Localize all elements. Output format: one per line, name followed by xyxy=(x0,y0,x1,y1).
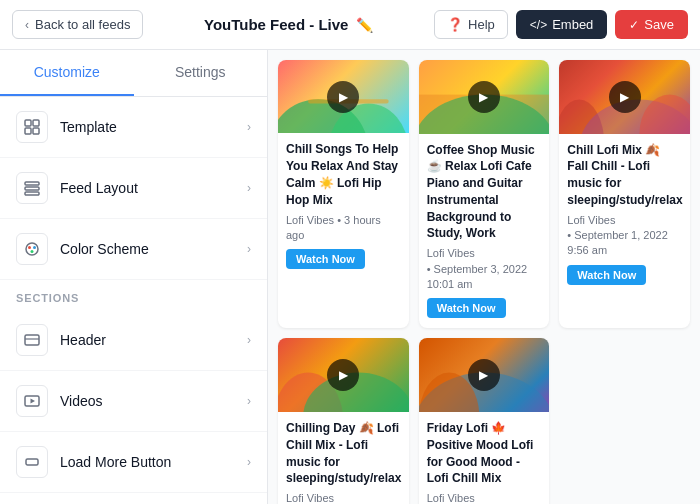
video-thumbnail-v1[interactable]: ▶ xyxy=(278,60,409,133)
video-card-v4: ▶ Chilling Day 🍂 Lofi Chill Mix - Lofi m… xyxy=(278,338,409,504)
header-icon xyxy=(16,324,48,356)
svg-marker-14 xyxy=(31,399,36,404)
tab-settings[interactable]: Settings xyxy=(134,50,268,96)
video-title-v1: Chill Songs To Help You Relax And Stay C… xyxy=(286,141,401,208)
video-thumbnail-v5[interactable]: ▶ xyxy=(419,338,550,412)
svg-rect-5 xyxy=(25,187,39,190)
sidebar: Customize Settings Template › Feed Layou… xyxy=(0,50,268,504)
video-title-v5: Friday Lofi 🍁 Positive Mood Lofi for Goo… xyxy=(427,420,542,487)
embed-button[interactable]: </> Embed xyxy=(516,10,608,39)
top-bar: ‹ Back to all feeds YouTube Feed - Live … xyxy=(0,0,700,50)
video-thumbnail-v3[interactable]: ▶ xyxy=(559,60,690,134)
color-scheme-chevron: › xyxy=(247,242,251,256)
video-info-v3: Chill Lofi Mix 🍂 Fall Chill - Lofi music… xyxy=(559,134,690,295)
color-scheme-label: Color Scheme xyxy=(60,241,149,257)
videos-icon xyxy=(16,385,48,417)
svg-rect-1 xyxy=(33,120,39,126)
watch-now-v3[interactable]: Watch Now xyxy=(567,265,646,285)
video-card-v5: ▶ Friday Lofi 🍁 Positive Mood Lofi for G… xyxy=(419,338,550,504)
load-more-icon xyxy=(16,446,48,478)
video-title-v3: Chill Lofi Mix 🍂 Fall Chill - Lofi music… xyxy=(567,142,682,209)
help-button[interactable]: ❓ Help xyxy=(434,10,508,39)
watch-now-v1[interactable]: Watch Now xyxy=(286,249,365,269)
load-more-chevron: › xyxy=(247,455,251,469)
feed-layout-label: Feed Layout xyxy=(60,180,138,196)
sidebar-item-subscribe[interactable]: Subscribe Button › xyxy=(0,493,267,504)
video-thumbnail-v4[interactable]: ▶ xyxy=(278,338,409,411)
video-meta-v4: Lofi Vibes • August 28, 2022 10:09 am xyxy=(286,491,401,504)
help-circle-icon: ❓ xyxy=(447,17,463,32)
video-meta-v3: Lofi Vibes • September 1, 2022 9:56 am xyxy=(567,213,682,259)
svg-rect-0 xyxy=(25,120,31,126)
code-icon: </> xyxy=(530,18,547,32)
sidebar-item-header[interactable]: Header › xyxy=(0,310,267,371)
embed-label: Embed xyxy=(552,17,593,32)
check-icon: ✓ xyxy=(629,18,639,32)
feed-title-text: YouTube Feed - Live xyxy=(204,16,348,33)
help-label: Help xyxy=(468,17,495,32)
main-layout: Customize Settings Template › Feed Layou… xyxy=(0,50,700,504)
video-channel-v2: Lofi Vibes xyxy=(427,247,475,259)
template-icon xyxy=(16,111,48,143)
svg-point-9 xyxy=(33,246,36,249)
video-time-v2: September 3, 2022 10:01 am xyxy=(427,263,528,290)
svg-rect-4 xyxy=(25,182,39,185)
sidebar-item-videos[interactable]: Videos › xyxy=(0,371,267,432)
video-channel-v5: Lofi Vibes xyxy=(427,492,475,504)
video-thumbnail-v2[interactable]: ▶ xyxy=(419,60,550,134)
feed-content: ▶ Chill Songs To Help You Relax And Stay… xyxy=(268,50,700,504)
video-card-v3: ▶ Chill Lofi Mix 🍂 Fall Chill - Lofi mus… xyxy=(559,60,690,328)
video-info-v5: Friday Lofi 🍁 Positive Mood Lofi for Goo… xyxy=(419,412,550,504)
sidebar-item-color-scheme[interactable]: Color Scheme › xyxy=(0,219,267,280)
back-label: Back to all feeds xyxy=(35,17,130,32)
videos-chevron: › xyxy=(247,394,251,408)
svg-rect-2 xyxy=(25,128,31,134)
sidebar-item-template[interactable]: Template › xyxy=(0,97,267,158)
edit-icon[interactable]: ✏️ xyxy=(356,17,373,33)
sidebar-item-load-more[interactable]: Load More Button › xyxy=(0,432,267,493)
svg-point-10 xyxy=(31,250,34,253)
color-scheme-icon xyxy=(16,233,48,265)
videos-label: Videos xyxy=(60,393,103,409)
svg-rect-11 xyxy=(25,335,39,345)
video-dot-v2: • xyxy=(427,263,434,275)
video-card-v1: ▶ Chill Songs To Help You Relax And Stay… xyxy=(278,60,409,328)
video-meta-v5: Lofi Vibes • August 26, 2022 10:00 am xyxy=(427,491,542,504)
sidebar-item-feed-layout[interactable]: Feed Layout › xyxy=(0,158,267,219)
save-button[interactable]: ✓ Save xyxy=(615,10,688,39)
video-grid: ▶ Chill Songs To Help You Relax And Stay… xyxy=(278,60,690,504)
feed-layout-icon xyxy=(16,172,48,204)
svg-rect-3 xyxy=(33,128,39,134)
sections-label: SECTIONS xyxy=(0,280,267,310)
video-card-v2: ▶ Coffee Shop Music ☕ Relax Lofi Cafe Pi… xyxy=(419,60,550,328)
play-button-v2[interactable]: ▶ xyxy=(468,81,500,113)
video-title-v4: Chilling Day 🍂 Lofi Chill Mix - Lofi mus… xyxy=(286,420,401,487)
video-meta-v2: Lofi Vibes • September 3, 2022 10:01 am xyxy=(427,246,542,292)
back-button[interactable]: ‹ Back to all feeds xyxy=(12,10,143,39)
svg-rect-6 xyxy=(25,192,39,195)
video-channel-v4: Lofi Vibes xyxy=(286,492,334,504)
video-info-v1: Chill Songs To Help You Relax And Stay C… xyxy=(278,133,409,279)
video-info-v2: Coffee Shop Music ☕ Relax Lofi Cafe Pian… xyxy=(419,134,550,329)
svg-rect-15 xyxy=(26,459,38,465)
load-more-label: Load More Button xyxy=(60,454,171,470)
video-time-v3: September 1, 2022 9:56 am xyxy=(567,229,668,256)
svg-point-7 xyxy=(26,243,38,255)
play-button-v3[interactable]: ▶ xyxy=(609,81,641,113)
back-chevron-icon: ‹ xyxy=(25,18,29,32)
video-meta-v1: Lofi Vibes • 3 hours ago xyxy=(286,213,401,244)
play-button-v5[interactable]: ▶ xyxy=(468,359,500,391)
play-button-v4[interactable]: ▶ xyxy=(327,359,359,391)
feed-layout-chevron: › xyxy=(247,181,251,195)
play-button-v1[interactable]: ▶ xyxy=(327,81,359,113)
video-channel-v1: Lofi Vibes xyxy=(286,214,334,226)
tab-customize[interactable]: Customize xyxy=(0,50,134,96)
template-chevron: › xyxy=(247,120,251,134)
watch-now-v2[interactable]: Watch Now xyxy=(427,298,506,318)
sidebar-tabs: Customize Settings xyxy=(0,50,267,97)
video-channel-v3: Lofi Vibes xyxy=(567,214,615,226)
header-chevron: › xyxy=(247,333,251,347)
template-label: Template xyxy=(60,119,117,135)
video-info-v4: Chilling Day 🍂 Lofi Chill Mix - Lofi mus… xyxy=(278,412,409,504)
video-title-v2: Coffee Shop Music ☕ Relax Lofi Cafe Pian… xyxy=(427,142,542,243)
